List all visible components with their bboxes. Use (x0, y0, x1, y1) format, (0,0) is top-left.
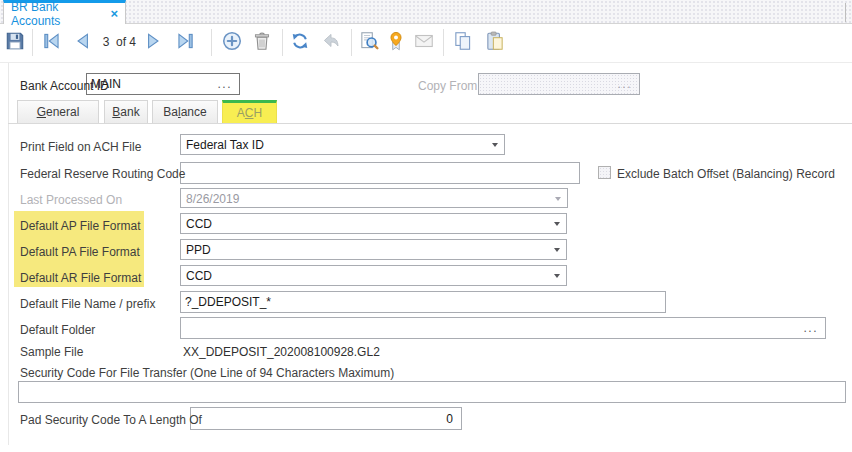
paste-button[interactable] (484, 30, 506, 52)
email-button[interactable] (413, 30, 435, 52)
toolbar-separator (211, 29, 212, 56)
print-field-dropdown[interactable]: Federal Tax ID (180, 134, 505, 155)
record-total: of 4 (116, 35, 136, 49)
default-folder-label: Default Folder (20, 323, 95, 337)
bank-account-id-input[interactable] (87, 74, 239, 94)
previous-record-icon (72, 30, 94, 52)
tab-content-divider (8, 123, 852, 124)
tabstrip-edge-divider (845, 3, 846, 22)
last-processed-value: 8/26/2019 (186, 192, 239, 206)
document-tabstrip: BR Bank Accounts × (0, 0, 852, 24)
copy-icon (452, 30, 474, 52)
last-processed-dropdown: 8/26/2019 (180, 188, 568, 208)
location-pin-icon (385, 30, 407, 52)
ap-format-dropdown[interactable]: CCD (180, 213, 567, 234)
ap-format-value: CCD (186, 217, 212, 231)
chevron-down-icon (555, 197, 561, 201)
toolbar-separator (443, 29, 444, 56)
tab-ach[interactable]: ACH (222, 100, 277, 123)
pad-length-label: Pad Security Code To A Length Of (20, 413, 202, 427)
security-code-input[interactable] (18, 381, 846, 403)
tab-general[interactable]: General (17, 100, 99, 123)
print-field-label: Print Field on ACH File (20, 140, 141, 154)
chevron-down-icon (492, 143, 498, 147)
tab-balance[interactable]: Balance (152, 100, 218, 123)
form-left-border (8, 63, 9, 445)
document-search-icon (358, 30, 380, 52)
bookmark-button[interactable] (385, 30, 407, 52)
toolbar-separator (351, 29, 352, 56)
pa-format-value: PPD (186, 243, 211, 257)
last-record-icon (174, 30, 196, 52)
next-record-icon (142, 30, 164, 52)
delete-record-button[interactable] (251, 30, 273, 52)
default-folder-input[interactable] (181, 318, 825, 338)
print-field-value: Federal Tax ID (186, 138, 264, 152)
default-folder-field[interactable]: ... (180, 317, 826, 339)
routing-code-input[interactable] (180, 162, 580, 184)
main-toolbar: 3 of 4 (0, 25, 852, 63)
exclude-batch-offset-label: Exclude Batch Offset (Balancing) Record (617, 167, 835, 181)
document-tab-bank-accounts[interactable]: BR Bank Accounts × (3, 0, 126, 24)
save-button[interactable] (4, 30, 26, 52)
print-preview-button[interactable] (358, 30, 380, 52)
undo-icon (320, 30, 342, 52)
paste-icon (484, 30, 506, 52)
tab-general-label: General (37, 105, 80, 119)
tab-balance-label: Balance (163, 105, 206, 119)
first-record-button[interactable] (41, 30, 63, 52)
ap-format-label: Default AP File Format (20, 219, 141, 233)
trash-icon (251, 30, 273, 52)
copy-button[interactable] (452, 30, 474, 52)
tab-bank[interactable]: Bank (104, 100, 148, 123)
ar-format-label: Default AR File Format (20, 271, 141, 285)
copy-from-label: Copy From (418, 79, 477, 93)
undo-button[interactable] (320, 30, 342, 52)
pa-format-label: Default PA File Format (20, 245, 140, 259)
ar-format-dropdown[interactable]: CCD (180, 265, 567, 286)
copy-from-input (479, 74, 639, 94)
chevron-down-icon (554, 274, 560, 278)
app-window: BR Bank Accounts × 3 of 4 (0, 0, 852, 452)
routing-code-label: Federal Reserve Routing Code (20, 167, 185, 181)
add-icon (221, 30, 243, 52)
last-record-button[interactable] (174, 30, 196, 52)
ar-format-value: CCD (186, 269, 212, 283)
tab-ach-label: ACH (237, 106, 262, 120)
chevron-down-icon (554, 248, 560, 252)
document-tab-title: BR Bank Accounts (11, 0, 101, 28)
close-tab-icon[interactable]: × (110, 7, 118, 20)
previous-record-button[interactable] (72, 30, 94, 52)
tab-bank-label: Bank (112, 105, 139, 119)
add-record-button[interactable] (221, 30, 243, 52)
record-position: 3 (98, 35, 114, 49)
save-icon (4, 30, 26, 52)
toolbar-separator (32, 29, 33, 56)
folder-browse-ellipsis[interactable]: ... (803, 319, 818, 337)
sample-file-value: XX_DDEPOSIT_202008100928.GL2 (183, 345, 380, 359)
first-record-icon (41, 30, 63, 52)
bank-account-id-label: Bank Account ID (20, 79, 109, 93)
next-record-button[interactable] (142, 30, 164, 52)
refresh-button[interactable] (289, 30, 311, 52)
copy-from-field: ... (478, 73, 640, 95)
last-processed-label: Last Processed On (20, 193, 122, 207)
pa-format-dropdown[interactable]: PPD (180, 239, 567, 260)
file-name-input[interactable] (180, 291, 666, 313)
refresh-icon (289, 30, 311, 52)
file-name-label: Default File Name / prefix (20, 297, 155, 311)
security-code-label: Security Code For File Transfer (One Lin… (20, 366, 394, 380)
bank-account-id-field[interactable]: ... (86, 73, 240, 95)
pad-length-input[interactable] (190, 407, 462, 430)
bank-account-id-lookup-ellipsis[interactable]: ... (217, 75, 232, 93)
copy-from-lookup-ellipsis: ... (617, 75, 632, 93)
toolbar-separator (282, 29, 283, 56)
sample-file-label: Sample File (20, 345, 83, 359)
chevron-down-icon (554, 222, 560, 226)
exclude-batch-offset-checkbox[interactable] (598, 166, 611, 179)
envelope-icon (413, 30, 435, 52)
